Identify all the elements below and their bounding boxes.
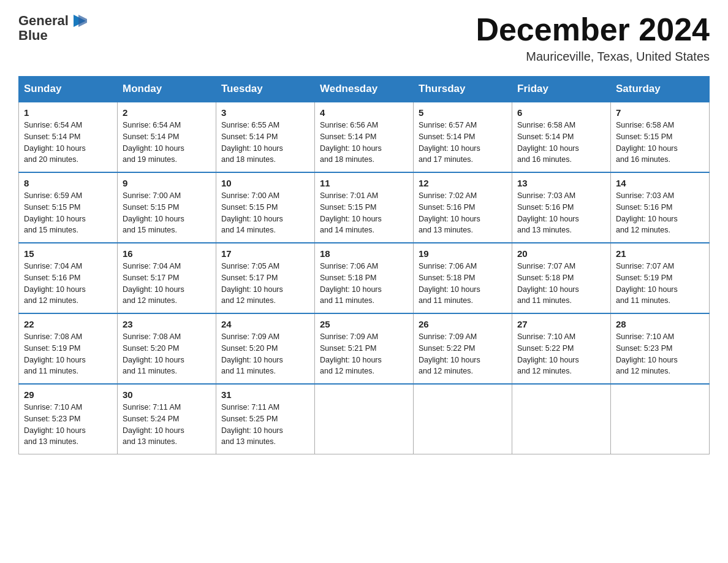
- day-number: 18: [320, 248, 408, 259]
- day-cell-23: 23 Sunrise: 7:08 AMSunset: 5:20 PMDaylig…: [118, 313, 216, 384]
- day-cell-20: 20 Sunrise: 7:07 AMSunset: 5:18 PMDaylig…: [512, 243, 611, 313]
- empty-cell-w4d6: [611, 384, 710, 454]
- day-info: Sunrise: 7:04 AMSunset: 5:16 PMDaylight:…: [24, 262, 86, 305]
- header-sunday: Sunday: [19, 77, 118, 102]
- day-cell-13: 13 Sunrise: 7:03 AMSunset: 5:16 PMDaylig…: [512, 172, 611, 243]
- day-info: Sunrise: 6:59 AMSunset: 5:15 PMDaylight:…: [24, 191, 86, 234]
- day-number: 5: [419, 107, 507, 118]
- day-info: Sunrise: 7:06 AMSunset: 5:18 PMDaylight:…: [419, 262, 480, 305]
- week-row-5: 29 Sunrise: 7:10 AMSunset: 5:23 PMDaylig…: [19, 384, 710, 454]
- day-number: 30: [123, 389, 211, 400]
- logo-text-general: General: [18, 13, 69, 28]
- day-cell-26: 26 Sunrise: 7:09 AMSunset: 5:22 PMDaylig…: [414, 313, 512, 384]
- day-cell-5: 5 Sunrise: 6:57 AMSunset: 5:14 PMDayligh…: [414, 102, 512, 172]
- day-info: Sunrise: 7:07 AMSunset: 5:19 PMDaylight:…: [616, 262, 678, 305]
- week-row-3: 15 Sunrise: 7:04 AMSunset: 5:16 PMDaylig…: [19, 243, 710, 313]
- day-info: Sunrise: 7:00 AMSunset: 5:15 PMDaylight:…: [123, 191, 184, 234]
- day-number: 17: [221, 248, 309, 259]
- day-cell-10: 10 Sunrise: 7:00 AMSunset: 5:15 PMDaylig…: [216, 172, 315, 243]
- header-tuesday: Tuesday: [216, 77, 315, 102]
- page-header: General Blue December 2024 Mauriceville,…: [18, 12, 710, 64]
- day-info: Sunrise: 6:58 AMSunset: 5:15 PMDaylight:…: [616, 121, 678, 164]
- day-number: 22: [24, 319, 112, 329]
- day-info: Sunrise: 7:11 AMSunset: 5:25 PMDaylight:…: [221, 403, 283, 446]
- day-cell-27: 27 Sunrise: 7:10 AMSunset: 5:22 PMDaylig…: [512, 313, 611, 384]
- day-number: 15: [24, 248, 112, 259]
- day-cell-6: 6 Sunrise: 6:58 AMSunset: 5:14 PMDayligh…: [512, 102, 611, 172]
- day-info: Sunrise: 7:08 AMSunset: 5:19 PMDaylight:…: [24, 332, 86, 375]
- day-number: 7: [616, 107, 704, 118]
- day-number: 6: [517, 107, 605, 118]
- day-cell-1: 1 Sunrise: 6:54 AMSunset: 5:14 PMDayligh…: [19, 102, 118, 172]
- day-cell-9: 9 Sunrise: 7:00 AMSunset: 5:15 PMDayligh…: [118, 172, 216, 243]
- day-cell-17: 17 Sunrise: 7:05 AMSunset: 5:17 PMDaylig…: [216, 243, 315, 313]
- day-cell-31: 31 Sunrise: 7:11 AMSunset: 5:25 PMDaylig…: [216, 384, 315, 454]
- header-thursday: Thursday: [414, 77, 512, 102]
- day-info: Sunrise: 7:03 AMSunset: 5:16 PMDaylight:…: [517, 191, 579, 234]
- day-info: Sunrise: 6:58 AMSunset: 5:14 PMDaylight:…: [517, 121, 579, 164]
- calendar-header-row: SundayMondayTuesdayWednesdayThursdayFrid…: [19, 77, 710, 102]
- day-cell-24: 24 Sunrise: 7:09 AMSunset: 5:20 PMDaylig…: [216, 313, 315, 384]
- day-cell-4: 4 Sunrise: 6:56 AMSunset: 5:14 PMDayligh…: [315, 102, 414, 172]
- day-info: Sunrise: 7:07 AMSunset: 5:18 PMDaylight:…: [517, 262, 579, 305]
- day-number: 16: [123, 248, 211, 259]
- day-info: Sunrise: 7:01 AMSunset: 5:15 PMDaylight:…: [320, 191, 382, 234]
- day-number: 31: [221, 389, 309, 400]
- day-number: 12: [419, 178, 507, 188]
- day-cell-25: 25 Sunrise: 7:09 AMSunset: 5:21 PMDaylig…: [315, 313, 414, 384]
- day-cell-21: 21 Sunrise: 7:07 AMSunset: 5:19 PMDaylig…: [611, 243, 710, 313]
- day-number: 3: [221, 107, 309, 118]
- day-cell-30: 30 Sunrise: 7:11 AMSunset: 5:24 PMDaylig…: [118, 384, 216, 454]
- week-row-2: 8 Sunrise: 6:59 AMSunset: 5:15 PMDayligh…: [19, 172, 710, 243]
- day-info: Sunrise: 7:02 AMSunset: 5:16 PMDaylight:…: [419, 191, 480, 234]
- month-title: December 2024: [476, 12, 710, 47]
- empty-cell-w4d3: [315, 384, 414, 454]
- day-number: 2: [123, 107, 211, 118]
- day-info: Sunrise: 6:56 AMSunset: 5:14 PMDaylight:…: [320, 121, 382, 164]
- day-info: Sunrise: 7:08 AMSunset: 5:20 PMDaylight:…: [123, 332, 184, 375]
- day-info: Sunrise: 6:54 AMSunset: 5:14 PMDaylight:…: [123, 121, 184, 164]
- day-cell-19: 19 Sunrise: 7:06 AMSunset: 5:18 PMDaylig…: [414, 243, 512, 313]
- location-subtitle: Mauriceville, Texas, United States: [476, 50, 710, 64]
- header-wednesday: Wednesday: [315, 77, 414, 102]
- header-friday: Friday: [512, 77, 611, 102]
- day-number: 14: [616, 178, 704, 188]
- day-number: 11: [320, 178, 408, 188]
- day-cell-7: 7 Sunrise: 6:58 AMSunset: 5:15 PMDayligh…: [611, 102, 710, 172]
- day-info: Sunrise: 7:10 AMSunset: 5:23 PMDaylight:…: [616, 332, 678, 375]
- day-cell-18: 18 Sunrise: 7:06 AMSunset: 5:18 PMDaylig…: [315, 243, 414, 313]
- logo: General Blue: [18, 12, 87, 43]
- day-info: Sunrise: 6:57 AMSunset: 5:14 PMDaylight:…: [419, 121, 480, 164]
- day-number: 20: [517, 248, 605, 259]
- empty-cell-w4d4: [414, 384, 512, 454]
- day-number: 4: [320, 107, 408, 118]
- day-number: 28: [616, 319, 704, 329]
- day-info: Sunrise: 7:03 AMSunset: 5:16 PMDaylight:…: [616, 191, 678, 234]
- day-info: Sunrise: 7:05 AMSunset: 5:17 PMDaylight:…: [221, 262, 283, 305]
- header-monday: Monday: [118, 77, 216, 102]
- day-info: Sunrise: 7:06 AMSunset: 5:18 PMDaylight:…: [320, 262, 382, 305]
- day-cell-3: 3 Sunrise: 6:55 AMSunset: 5:14 PMDayligh…: [216, 102, 315, 172]
- day-cell-22: 22 Sunrise: 7:08 AMSunset: 5:19 PMDaylig…: [19, 313, 118, 384]
- day-cell-14: 14 Sunrise: 7:03 AMSunset: 5:16 PMDaylig…: [611, 172, 710, 243]
- week-row-4: 22 Sunrise: 7:08 AMSunset: 5:19 PMDaylig…: [19, 313, 710, 384]
- empty-cell-w4d5: [512, 384, 611, 454]
- day-number: 10: [221, 178, 309, 188]
- day-info: Sunrise: 7:10 AMSunset: 5:22 PMDaylight:…: [517, 332, 579, 375]
- day-cell-2: 2 Sunrise: 6:54 AMSunset: 5:14 PMDayligh…: [118, 102, 216, 172]
- day-info: Sunrise: 7:00 AMSunset: 5:15 PMDaylight:…: [221, 191, 283, 234]
- day-cell-16: 16 Sunrise: 7:04 AMSunset: 5:17 PMDaylig…: [118, 243, 216, 313]
- day-number: 1: [24, 107, 112, 118]
- day-cell-29: 29 Sunrise: 7:10 AMSunset: 5:23 PMDaylig…: [19, 384, 118, 454]
- day-cell-11: 11 Sunrise: 7:01 AMSunset: 5:15 PMDaylig…: [315, 172, 414, 243]
- day-number: 19: [419, 248, 507, 259]
- day-info: Sunrise: 7:09 AMSunset: 5:22 PMDaylight:…: [419, 332, 480, 375]
- day-number: 8: [24, 178, 112, 188]
- calendar-table: SundayMondayTuesdayWednesdayThursdayFrid…: [18, 76, 710, 454]
- day-info: Sunrise: 7:10 AMSunset: 5:23 PMDaylight:…: [24, 403, 86, 446]
- day-cell-15: 15 Sunrise: 7:04 AMSunset: 5:16 PMDaylig…: [19, 243, 118, 313]
- day-number: 26: [419, 319, 507, 329]
- day-number: 21: [616, 248, 704, 259]
- day-cell-28: 28 Sunrise: 7:10 AMSunset: 5:23 PMDaylig…: [611, 313, 710, 384]
- title-block: December 2024 Mauriceville, Texas, Unite…: [476, 12, 710, 64]
